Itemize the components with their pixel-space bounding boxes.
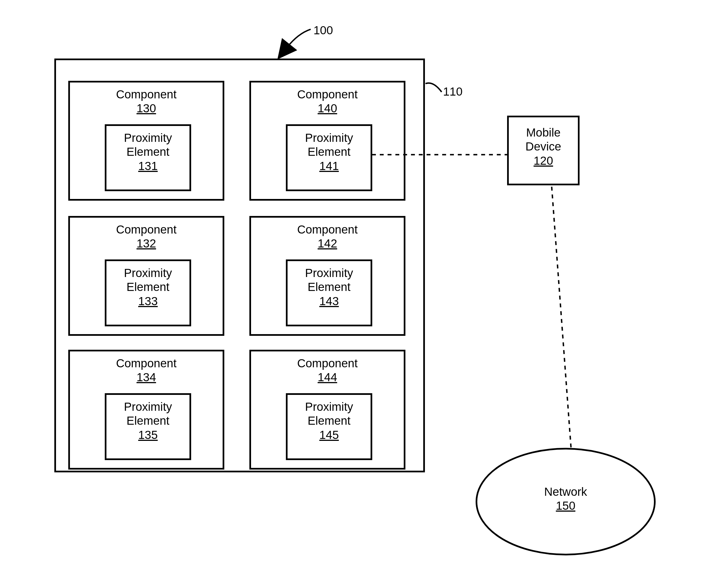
proximity-141: Proximity Element 141 [286,124,372,191]
prox-word: Proximity Element [124,266,172,293]
component-140: Component 140 Proximity Element 141 [249,81,405,201]
prox-ref: 133 [138,295,158,308]
prox-label: Proximity Element 135 [107,400,189,442]
component-ref: 132 [137,237,156,250]
mobile-word: Mobile Device [526,126,561,153]
prox-ref: 131 [138,159,158,173]
proximity-131: Proximity Element 131 [105,124,191,191]
component-142: Component 142 Proximity Element 143 [249,216,405,336]
component-134: Component 134 Proximity Element 135 [68,350,224,470]
prox-word: Proximity Element [124,131,172,158]
component-word: Component [297,88,357,101]
component-word: Component [297,223,357,236]
fig-ref-100: 100 [314,24,333,37]
component-130: Component 130 Proximity Element 131 [68,81,224,201]
proximity-145: Proximity Element 145 [286,393,372,460]
prox-label: Proximity Element 145 [288,400,371,442]
component-ref: 142 [318,237,337,250]
component-word: Component [116,88,176,101]
component-label: Component 142 [251,223,404,251]
component-label: Component 144 [251,356,404,385]
component-word: Component [116,223,176,236]
proximity-133: Proximity Element 133 [105,260,191,326]
prox-ref: 141 [319,159,339,173]
container-ref-110: 110 [443,85,463,98]
network-ref: 150 [556,499,576,512]
component-word: Component [116,357,176,370]
prox-word: Proximity Element [305,266,353,293]
prox-word: Proximity Element [305,400,353,427]
prox-ref: 143 [319,295,339,308]
prox-label: Proximity Element 143 [288,266,371,308]
diagram-canvas: Component 130 Proximity Element 131 Comp… [0,0,708,588]
mobile-label: Mobile Device 120 [509,126,578,168]
component-132: Component 132 Proximity Element 133 [68,216,224,336]
svg-line-2 [552,187,571,450]
prox-word: Proximity Element [124,400,172,427]
component-ref: 130 [137,102,156,115]
component-label: Component 140 [251,88,404,116]
prox-label: Proximity Element 141 [288,131,371,173]
mobile-device-box: Mobile Device 120 [507,116,580,185]
mobile-ref: 120 [534,154,553,167]
component-144: Component 144 Proximity Element 145 [249,350,405,470]
component-ref: 144 [318,371,337,384]
component-ref: 134 [137,371,156,384]
component-ref: 140 [318,102,337,115]
component-word: Component [297,357,357,370]
network-word: Network [544,485,587,498]
prox-label: Proximity Element 133 [107,266,189,308]
component-label: Component 134 [70,356,223,385]
prox-word: Proximity Element [305,131,353,158]
component-label: Component 130 [70,88,223,116]
network-label: Network 150 [515,485,616,513]
component-label: Component 132 [70,223,223,251]
proximity-143: Proximity Element 143 [286,260,372,326]
prox-label: Proximity Element 131 [107,131,189,173]
proximity-135: Proximity Element 135 [105,393,191,460]
prox-ref: 145 [319,428,339,441]
prox-ref: 135 [138,428,158,441]
